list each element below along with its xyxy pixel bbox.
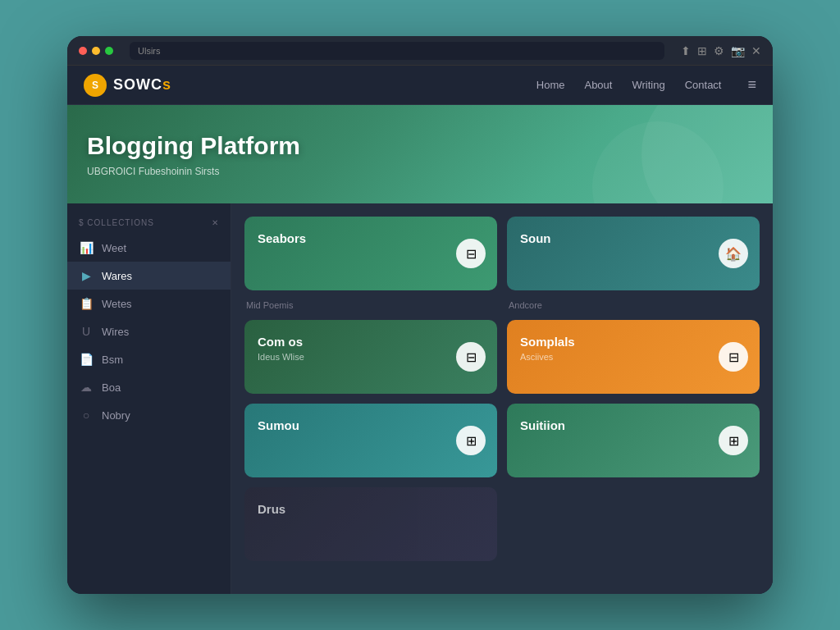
hero-title: Blogging Platform — [87, 131, 753, 161]
browser-chrome: Ulsirs ⬆ ⊞ ⚙ 📷 ✕ — [67, 36, 773, 66]
grid-icon[interactable]: ⊞ — [697, 44, 707, 57]
device-frame: Ulsirs ⬆ ⊞ ⚙ 📷 ✕ S SOWCs Home About Writ… — [67, 36, 773, 594]
card-somplals-subtitle: Asciives — [520, 352, 746, 362]
doc-icon: 📄 — [79, 353, 94, 366]
section-label-mid-poemis: Mid Poemis — [244, 300, 497, 310]
nav-writing[interactable]: Writing — [632, 79, 664, 91]
sidebar-item-nobry[interactable]: ○ Nobry — [67, 401, 231, 429]
card-suitiion-icon: ⊞ — [719, 426, 748, 455]
hero-subtitle: UBGROICI Fubeshoinin Sirsts — [87, 166, 753, 177]
cards-row-2: Com os Ideus Wlise ⊟ Somplals Asciives ⊟ — [244, 320, 760, 394]
cards-row-4: Drus — [244, 487, 760, 561]
nav-links: Home About Writing Contact ≡ — [536, 76, 756, 94]
chart-icon: 📊 — [79, 241, 94, 254]
sidebar-section-header: $ Collections ✕ — [67, 215, 231, 234]
card-soun-icon: 🏠 — [719, 239, 748, 268]
url-bar[interactable]: Ulsirs — [130, 42, 664, 60]
sidebar-item-wires[interactable]: U Wires — [67, 317, 231, 345]
hamburger-menu-icon[interactable]: ≡ — [747, 76, 756, 94]
play-icon: ▶ — [79, 269, 94, 282]
card-drus-title: Drus — [258, 502, 484, 516]
card-sumou[interactable]: Sumou ⊞ — [244, 404, 497, 477]
card-comos-title: Com os — [258, 335, 484, 349]
u-icon: U — [79, 325, 94, 338]
nav-home[interactable]: Home — [536, 79, 565, 91]
card-seabors-icon: ⊟ — [456, 239, 486, 268]
card-drus[interactable]: Drus — [244, 487, 497, 561]
card-somplals-title: Somplals — [520, 335, 746, 349]
browser-toolbar: ⬆ ⊞ ⚙ 📷 ✕ — [681, 44, 761, 57]
sidebar-label-wetes: Wetes — [102, 298, 219, 310]
card-comos-subtitle: Ideus Wlise — [258, 352, 484, 362]
close-button[interactable] — [79, 47, 87, 55]
sidebar-label-bsm: Bsm — [102, 354, 219, 366]
sidebar-label-boa: Boa — [102, 381, 219, 394]
card-seabors[interactable]: Seabors ⊟ — [244, 217, 497, 290]
window-controls — [79, 47, 113, 55]
url-text: Ulsirs — [138, 46, 161, 56]
card-suitiion-title: Suitiion — [520, 418, 746, 432]
section-label-andcore: Andcore — [507, 300, 760, 310]
sidebar-item-bsm[interactable]: 📄 Bsm — [67, 345, 231, 373]
card-sumou-icon: ⊞ — [456, 426, 486, 455]
settings-icon[interactable]: ⚙ — [714, 44, 724, 57]
brand-logo: S SOWCs — [84, 74, 171, 97]
cards-row-1: Seabors ⊟ Soun 🏠 — [244, 217, 760, 290]
card-soun-title: Soun — [520, 231, 746, 245]
sidebar-label-weet: Weet — [102, 242, 219, 254]
content-area: Seabors ⊟ Soun 🏠 Mid Poemis Andcore — [231, 203, 773, 594]
sidebar-label-nobry: Nobry — [102, 409, 219, 422]
sidebar-label-wares: Wares — [102, 270, 219, 282]
list-icon: 📋 — [79, 297, 94, 310]
more-icon[interactable]: ✕ — [751, 44, 761, 57]
hero-banner: Blogging Platform UBGROICI Fubeshoinin S… — [67, 105, 773, 203]
share-icon[interactable]: ⬆ — [681, 44, 691, 57]
sidebar-item-wares[interactable]: ▶ Wares — [67, 262, 231, 290]
sidebar-label-wires: Wires — [102, 326, 219, 338]
sidebar-item-wetes[interactable]: 📋 Wetes — [67, 290, 231, 317]
card-sumou-title: Sumou — [258, 418, 484, 432]
nav-contact[interactable]: Contact — [685, 79, 722, 91]
circle-icon: ○ — [79, 409, 94, 422]
card-somplals-icon: ⊟ — [719, 342, 748, 372]
cloud-icon: ☁ — [79, 381, 94, 394]
app-content: S SOWCs Home About Writing Contact ≡ Blo… — [67, 66, 773, 594]
logo-icon: S — [84, 74, 107, 97]
sidebar: $ Collections ✕ 📊 Weet ▶ Wares 📋 Wetes U — [67, 203, 231, 594]
brand-name: SOWCs — [113, 76, 171, 94]
cards-row-3: Sumou ⊞ Suitiion ⊞ — [244, 404, 760, 477]
card-soun[interactable]: Soun 🏠 — [507, 217, 760, 290]
card-suitiion[interactable]: Suitiion ⊞ — [507, 404, 760, 477]
top-navigation: S SOWCs Home About Writing Contact ≡ — [67, 66, 773, 105]
card-comos-icon: ⊟ — [456, 342, 486, 372]
sidebar-item-weet[interactable]: 📊 Weet — [67, 234, 231, 262]
sidebar-item-boa[interactable]: ☁ Boa — [67, 373, 231, 401]
minimize-button[interactable] — [92, 47, 100, 55]
nav-about[interactable]: About — [584, 79, 612, 91]
card-somplals[interactable]: Somplals Asciives ⊟ — [507, 320, 760, 394]
main-layout: $ Collections ✕ 📊 Weet ▶ Wares 📋 Wetes U — [67, 203, 773, 594]
card-seabors-title: Seabors — [258, 231, 484, 245]
card-comos[interactable]: Com os Ideus Wlise ⊟ — [244, 320, 497, 394]
maximize-button[interactable] — [105, 47, 113, 55]
camera-icon[interactable]: 📷 — [731, 44, 745, 57]
